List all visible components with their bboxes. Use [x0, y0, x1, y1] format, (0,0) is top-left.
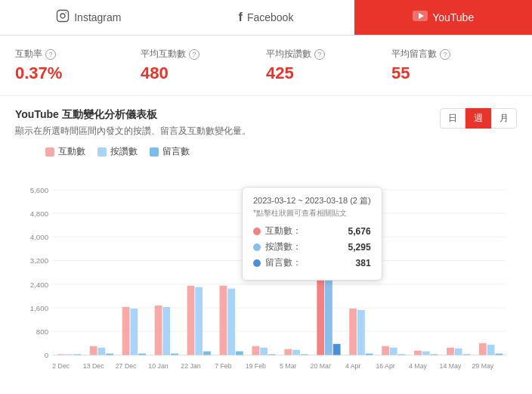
svg-text:5 Mar: 5 Mar [280, 362, 296, 370]
svg-text:27 Dec: 27 Dec [116, 362, 137, 370]
svg-rect-63 [495, 354, 503, 355]
metric-value-interactions: 480 [141, 64, 266, 83]
svg-rect-47 [325, 203, 332, 355]
dashboard-title: YouTube 互動變化分析儀表板 [15, 108, 251, 122]
svg-rect-0 [57, 11, 69, 22]
tab-instagram[interactable]: Instagram [0, 0, 178, 35]
svg-rect-49 [349, 309, 357, 355]
metric-avg-comments: 平均留言數 ? 55 [391, 48, 517, 83]
svg-rect-30 [138, 354, 146, 355]
svg-text:0: 0 [45, 351, 49, 359]
bar-chart-svg: 0 800 1,600 2,400 3,200 4,000 4,800 5,60… [23, 164, 509, 391]
svg-rect-53 [390, 348, 397, 355]
metric-interaction-rate: 互動率 ? 0.37% [15, 48, 141, 83]
period-buttons: 日 週 月 [440, 108, 517, 129]
svg-text:29 May: 29 May [472, 362, 493, 370]
svg-rect-45 [301, 354, 308, 355]
svg-text:10 Jan: 10 Jan [148, 362, 168, 370]
svg-rect-35 [195, 287, 203, 355]
svg-text:4,000: 4,000 [30, 233, 49, 241]
legend-comments: 留言數 [150, 145, 190, 158]
svg-rect-57 [431, 354, 438, 355]
dashboard-desc: 顯示在所選時間區間內發文的按讚、留言及互動數變化量。 [15, 125, 251, 138]
metric-value-rate: 0.37% [15, 64, 141, 83]
period-week-btn[interactable]: 週 [466, 108, 491, 129]
svg-rect-43 [284, 349, 292, 355]
svg-text:4 Apr: 4 Apr [345, 362, 361, 370]
svg-rect-29 [130, 309, 138, 355]
tab-bar: Instagram f Facebook YouTube [0, 0, 532, 36]
svg-text:19 Feb: 19 Feb [246, 362, 266, 370]
chart-legend: 互動數 按讚數 留言數 [45, 145, 517, 158]
svg-rect-36 [203, 352, 211, 355]
svg-text:22 Jan: 22 Jan [181, 362, 200, 370]
info-icon-interactions[interactable]: ? [189, 49, 200, 60]
svg-rect-60 [463, 354, 471, 355]
facebook-icon: f [239, 11, 243, 24]
dashboard-section: YouTube 互動變化分析儀表板 顯示在所選時間區間內發文的按讚、留言及互動數… [0, 96, 532, 394]
svg-text:1,600: 1,600 [30, 304, 49, 312]
svg-rect-23 [66, 354, 73, 355]
tab-youtube[interactable]: YouTube [354, 0, 532, 35]
svg-rect-44 [292, 350, 300, 355]
svg-rect-42 [268, 354, 276, 355]
svg-text:14 May: 14 May [440, 362, 462, 370]
svg-rect-37 [220, 286, 227, 355]
svg-rect-40 [252, 346, 259, 355]
info-icon-rate[interactable]: ? [45, 49, 56, 60]
metrics-row: 互動率 ? 0.37% 平均互動數 ? 480 平均按讚數 ? 425 平均留言… [0, 36, 532, 96]
svg-text:13 Dec: 13 Dec [83, 362, 104, 370]
metric-value-comments: 55 [391, 64, 517, 83]
legend-dot-likes [97, 147, 107, 157]
svg-rect-59 [455, 349, 462, 355]
chart-container: 0 800 1,600 2,400 3,200 4,000 4,800 5,60… [15, 164, 517, 391]
svg-text:800: 800 [36, 327, 49, 336]
svg-rect-62 [487, 345, 495, 355]
metric-avg-likes: 平均按讚數 ? 425 [266, 48, 391, 83]
tab-youtube-label: YouTube [432, 11, 474, 23]
svg-rect-33 [171, 354, 178, 355]
svg-rect-38 [227, 289, 235, 355]
svg-rect-5 [52, 171, 506, 355]
metric-avg-interactions: 平均互動數 ? 480 [141, 48, 266, 83]
svg-text:4,800: 4,800 [30, 209, 49, 218]
svg-rect-50 [357, 310, 365, 355]
legend-dot-comments [150, 147, 159, 157]
svg-rect-28 [122, 307, 130, 355]
svg-text:20 Mar: 20 Mar [311, 362, 331, 370]
svg-rect-41 [260, 348, 268, 355]
svg-rect-31 [155, 306, 162, 355]
svg-rect-46 [317, 191, 324, 355]
svg-rect-39 [236, 352, 243, 355]
svg-rect-48 [333, 344, 341, 355]
metric-value-likes: 425 [266, 64, 391, 83]
tab-instagram-label: Instagram [74, 11, 121, 23]
tab-facebook-label: Facebook [247, 11, 293, 23]
svg-point-1 [60, 14, 65, 18]
svg-text:2 Dec: 2 Dec [52, 362, 70, 370]
tab-facebook[interactable]: f Facebook [178, 0, 355, 35]
svg-rect-55 [414, 351, 422, 355]
info-icon-comments[interactable]: ? [440, 49, 450, 60]
svg-rect-22 [57, 354, 65, 355]
svg-text:2,400: 2,400 [30, 281, 49, 289]
chart-area[interactable]: 0 800 1,600 2,400 3,200 4,000 4,800 5,60… [23, 164, 509, 391]
svg-rect-25 [90, 346, 97, 355]
period-month-btn[interactable]: 月 [491, 108, 517, 129]
svg-rect-27 [106, 354, 113, 355]
svg-rect-32 [162, 307, 170, 355]
legend-likes: 按讚數 [97, 145, 138, 158]
svg-text:3,200: 3,200 [30, 256, 49, 265]
svg-text:5,600: 5,600 [30, 186, 49, 194]
svg-rect-58 [447, 348, 454, 355]
svg-rect-54 [398, 354, 406, 355]
svg-rect-26 [98, 348, 106, 355]
svg-point-2 [66, 12, 67, 14]
period-day-btn[interactable]: 日 [440, 108, 466, 129]
info-icon-likes[interactable]: ? [314, 49, 325, 60]
svg-text:4 May: 4 May [409, 362, 427, 370]
svg-rect-56 [422, 352, 430, 355]
youtube-icon [413, 11, 428, 24]
instagram-icon [56, 9, 70, 26]
legend-interactions: 互動數 [45, 145, 85, 158]
